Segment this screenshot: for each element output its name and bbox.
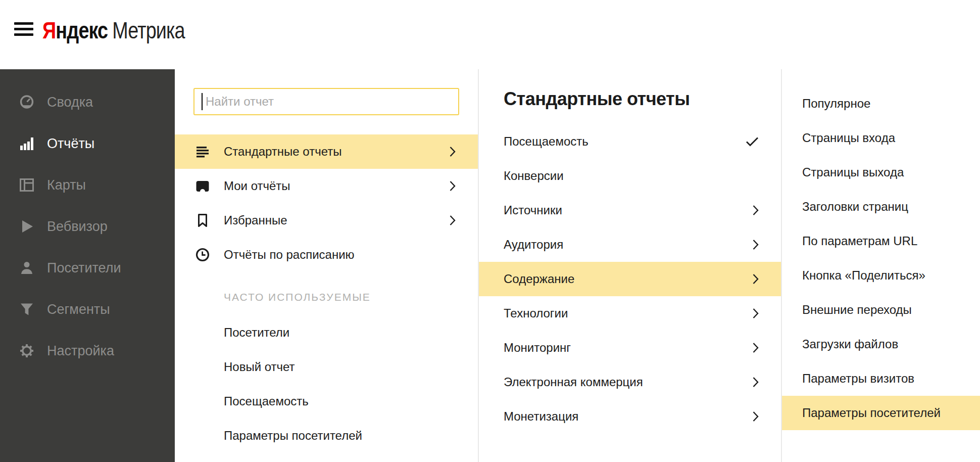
monitor-icon <box>194 178 211 194</box>
report-section-row[interactable]: Отчёты по расписанию <box>175 238 478 272</box>
sidebar-item-label: Отчёты <box>47 136 94 152</box>
text-caret <box>202 93 203 110</box>
sidebar-item[interactable]: Карты <box>0 164 175 206</box>
standard-report-row[interactable]: Аудитория <box>479 227 781 262</box>
content-report-row[interactable]: Заголовки страниц <box>782 190 980 224</box>
content-report-label: Внешние переходы <box>802 303 912 317</box>
standard-report-label: Посещаемость <box>504 134 589 149</box>
clock-icon <box>194 247 211 263</box>
content-reports-panel: Популярное Страницы входа Страницы выход… <box>782 69 980 462</box>
content-report-row[interactable]: Загрузки файлов <box>782 327 980 361</box>
standard-report-label: Мониторинг <box>504 341 571 355</box>
standard-report-label: Аудитория <box>504 238 563 252</box>
content-report-row[interactable]: Страницы выхода <box>782 155 980 190</box>
top-header: Яндекс Метрика <box>0 0 980 69</box>
logo-rest-letters: ндекс <box>56 17 108 43</box>
standard-report-row[interactable]: Электронная коммерция <box>479 365 781 399</box>
frequent-report-label: Посетители <box>224 326 289 340</box>
gauge-icon <box>18 94 35 111</box>
content-report-label: Кнопка «Поделиться» <box>802 268 925 283</box>
standard-report-label: Источники <box>504 203 562 217</box>
sidebar-item[interactable]: Отчёты <box>0 123 175 164</box>
yandex-metrika-app: Яндекс Метрика Сводка Отчёты Карты Вебви… <box>0 0 980 462</box>
frequent-report-label: Новый отчет <box>224 360 295 374</box>
logo-product-text: Метрика <box>112 17 184 44</box>
sidebar-item-label: Вебвизор <box>47 219 108 235</box>
hamburger-menu-icon[interactable] <box>14 22 33 39</box>
logo-first-letter: Я <box>42 17 56 43</box>
standard-report-label: Конверсии <box>504 169 564 183</box>
standard-report-row[interactable]: Источники <box>479 193 781 227</box>
layout-icon <box>18 176 35 194</box>
standard-report-label: Содержание <box>504 272 574 286</box>
standard-report-label: Электронная коммерция <box>504 375 643 389</box>
content-report-row[interactable]: Кнопка «Поделиться» <box>782 258 980 293</box>
report-search <box>193 88 459 115</box>
sidebar-item[interactable]: Настройка <box>0 330 175 372</box>
bookmark-icon <box>194 212 211 228</box>
sidebar-item-label: Посетители <box>47 260 121 276</box>
standard-reports-list: Посещаемость Конверсии Источники <box>479 124 781 434</box>
sidebar-item[interactable]: Сводка <box>0 81 175 123</box>
standard-report-row[interactable]: Посещаемость <box>479 124 781 159</box>
chevron-right-icon <box>449 215 456 226</box>
report-section-row[interactable]: Избранные <box>175 203 478 238</box>
content-reports-list: Популярное Страницы входа Страницы выход… <box>782 86 980 430</box>
content-report-label: По параметрам URL <box>802 234 917 248</box>
standard-report-row[interactable]: Монетизация <box>479 399 781 434</box>
frequent-report-label: Параметры посетителей <box>224 429 362 443</box>
sidebar-item-label: Сегменты <box>47 302 110 317</box>
frequent-report-item[interactable]: Посетители <box>175 315 478 350</box>
standard-report-label: Монетизация <box>504 409 578 424</box>
content-report-row[interactable]: Параметры посетителей <box>782 396 980 430</box>
content-report-row[interactable]: Популярное <box>782 86 980 121</box>
sidebar-item-label: Настройка <box>47 343 114 359</box>
chevron-right-icon <box>752 273 759 285</box>
standard-report-row[interactable]: Технологии <box>479 296 781 331</box>
sidebar-item[interactable]: Вебвизор <box>0 206 175 247</box>
standard-report-row[interactable]: Содержание <box>479 262 781 296</box>
report-section-row[interactable]: Стандартные отчеты <box>175 134 478 169</box>
sidebar-item-label: Сводка <box>47 95 93 110</box>
report-sections: Стандартные отчеты Мои отчёты Избранные <box>175 134 478 272</box>
funnel-icon <box>18 301 35 318</box>
standard-report-row[interactable]: Мониторинг <box>479 331 781 365</box>
report-search-input[interactable] <box>193 88 459 115</box>
play-icon <box>18 218 35 235</box>
report-section-label: Отчёты по расписанию <box>224 248 355 262</box>
sidebar: Сводка Отчёты Карты Вебвизор Посетители … <box>0 69 175 462</box>
content-report-label: Загрузки файлов <box>802 337 898 351</box>
logo-yandex-text: Яндекс <box>42 17 108 44</box>
panel-title: Стандартные отчеты <box>504 88 781 110</box>
sidebar-item[interactable]: Посетители <box>0 247 175 289</box>
content-report-label: Страницы выхода <box>802 165 904 179</box>
report-section-row[interactable]: Мои отчёты <box>175 169 478 203</box>
content-report-row[interactable]: Страницы входа <box>782 121 980 155</box>
report-section-label: Мои отчёты <box>224 179 290 193</box>
chevron-right-icon <box>752 239 759 250</box>
person-icon <box>18 259 35 276</box>
standard-report-row[interactable]: Конверсии <box>479 159 781 193</box>
top-nav <box>298 0 459 69</box>
check-icon <box>746 136 759 147</box>
content-report-row[interactable]: Параметры визитов <box>782 361 980 396</box>
report-section-label: Избранные <box>224 213 287 227</box>
frequent-section-title: ЧАСТО ИСПОЛЬЗУЕМЫЕ <box>175 287 478 307</box>
chevron-right-icon <box>752 342 759 353</box>
frequent-report-item[interactable]: Параметры посетителей <box>175 419 478 453</box>
frequent-report-item[interactable]: Посещаемость <box>175 384 478 419</box>
report-section-label: Стандартные отчеты <box>224 145 341 159</box>
content-report-label: Страницы входа <box>802 131 895 145</box>
frequent-list: Посетители Новый отчет Посещаемость Пара… <box>175 315 478 453</box>
content-report-row[interactable]: Внешние переходы <box>782 293 980 327</box>
logo[interactable]: Яндекс Метрика <box>42 14 185 47</box>
gear-icon <box>18 342 35 359</box>
content-report-row[interactable]: По параметрам URL <box>782 224 980 258</box>
chevron-right-icon <box>449 180 456 192</box>
content-report-label: Параметры посетителей <box>802 406 941 420</box>
sidebar-item[interactable]: Сегменты <box>0 289 175 330</box>
chevron-right-icon <box>752 205 759 216</box>
standard-report-label: Технологии <box>504 306 568 320</box>
frequent-report-item[interactable]: Новый отчет <box>175 350 478 384</box>
chevron-right-icon <box>752 308 759 319</box>
